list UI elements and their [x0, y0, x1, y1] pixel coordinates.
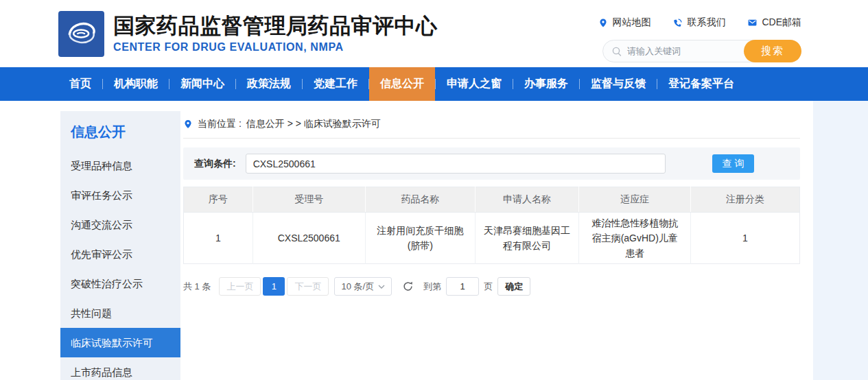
- nav-item-org-functions[interactable]: 机构职能: [103, 67, 169, 101]
- quick-link-label: 网站地图: [612, 16, 650, 29]
- quick-link-cde-mail[interactable]: CDE邮箱: [747, 16, 801, 29]
- query-bar: 查询条件: 查询: [183, 147, 800, 180]
- cell-acceptance-no: CXSL2500661: [253, 213, 365, 264]
- phone-icon: [672, 18, 683, 28]
- quick-link-sitemap[interactable]: 网站地图: [598, 16, 650, 29]
- col-header-acceptance-no: 受理号: [253, 187, 365, 213]
- sidebar-item-accepted-varieties[interactable]: 受理品种信息: [60, 151, 180, 180]
- quick-link-contact[interactable]: 联系我们: [672, 16, 725, 29]
- sidebar-menu: 受理品种信息 审评任务公示 沟通交流公示 优先审评公示 突破性治疗公示 共性问题…: [60, 151, 180, 380]
- site-subtitle: CENTER FOR DRUG EVALUATION, NMPA: [113, 41, 438, 54]
- goto-label: 到第: [423, 281, 441, 293]
- total-count: 共 1 条: [183, 281, 211, 293]
- org-names: 国家药品监督管理局药品审评中心 CENTER FOR DRUG EVALUATI…: [113, 14, 438, 54]
- location-pin-icon: [598, 18, 608, 28]
- page-size-value: 10 条/页: [341, 281, 374, 293]
- quick-links: 网站地图 联系我们 CDE邮箱: [598, 16, 801, 29]
- page-size-select[interactable]: 10 条/页: [334, 277, 392, 296]
- nav-item-registration-platform[interactable]: 登记备案平台: [657, 67, 745, 101]
- cell-applicant: 天津昂赛细胞基因工程有限公司: [475, 213, 579, 264]
- breadcrumb: 当前位置 : 信息公开 > > 临床试验默示许可: [183, 101, 800, 139]
- goto-unit: 页: [484, 281, 493, 293]
- header-search: 搜索: [602, 40, 801, 62]
- main-nav: 首页 机构职能 新闻中心 政策法规 党建工作 信息公开 申请人之窗 办事服务 监…: [0, 67, 868, 101]
- logo-icon: [63, 15, 100, 52]
- nav-item-applicant-window[interactable]: 申请人之窗: [436, 67, 513, 101]
- nav-item-party-building[interactable]: 党建工作: [303, 67, 368, 101]
- sidebar-item-priority-review[interactable]: 优先审评公示: [60, 239, 180, 269]
- query-label: 查询条件:: [194, 158, 236, 170]
- sidebar-item-communication[interactable]: 沟通交流公示: [60, 210, 180, 239]
- table-row[interactable]: 1 CXSL2500661 注射用间充质干细胞(脐带) 天津昂赛细胞基因工程有限…: [184, 213, 800, 264]
- sidebar: 信息公开 受理品种信息 审评任务公示 沟通交流公示 优先审评公示 突破性治疗公示…: [60, 111, 180, 380]
- search-input[interactable]: [627, 46, 737, 56]
- sidebar-item-common-issues[interactable]: 共性问题: [60, 298, 180, 328]
- location-pin-icon: [183, 119, 193, 130]
- goto-page-input[interactable]: [446, 277, 479, 296]
- cell-drug-name: 注射用间充质干细胞(脐带): [365, 213, 475, 264]
- cell-seq: 1: [184, 213, 253, 264]
- quick-link-label: 联系我们: [687, 16, 725, 29]
- pagination: 共 1 条 上一页 1 下一页 10 条/页 到第 页 确定: [183, 277, 800, 296]
- sidebar-item-marketed-drugs[interactable]: 上市药品信息: [60, 357, 180, 380]
- page-number-button[interactable]: 1: [263, 277, 285, 296]
- breadcrumb-path: 信息公开 > > 临床试验默示许可: [246, 118, 381, 130]
- sidebar-item-clinical-trial-implied-license[interactable]: 临床试验默示许可: [60, 328, 180, 357]
- table-header-row: 序号 受理号 药品名称 申请人名称 适应症 注册分类: [184, 187, 800, 213]
- nav-item-supervision-feedback[interactable]: 监督与反馈: [580, 67, 657, 101]
- col-header-indication: 适应症: [579, 187, 691, 213]
- search-icon: [611, 46, 622, 57]
- search-button[interactable]: 搜索: [744, 40, 801, 62]
- nav-item-news[interactable]: 新闻中心: [169, 67, 235, 101]
- sidebar-item-review-tasks[interactable]: 审评任务公示: [60, 180, 180, 210]
- prev-page-button[interactable]: 上一页: [219, 277, 261, 296]
- sidebar-title: 信息公开: [60, 111, 180, 141]
- cell-registration-category: 1: [691, 213, 800, 264]
- cell-indication: 难治性急性移植物抗宿主病(aGvHD)儿童患者: [579, 213, 691, 264]
- query-input[interactable]: [246, 154, 666, 174]
- main-content: 当前位置 : 信息公开 > > 临床试验默示许可 查询条件: 查询 序号 受理号: [183, 101, 800, 380]
- col-header-registration-category: 注册分类: [691, 187, 800, 213]
- nav-item-policies[interactable]: 政策法规: [236, 67, 302, 101]
- mail-icon: [747, 18, 758, 27]
- nav-item-info-disclosure[interactable]: 信息公开: [369, 67, 435, 101]
- nav-item-home[interactable]: 首页: [58, 67, 102, 101]
- confirm-button[interactable]: 确定: [497, 277, 530, 296]
- query-button[interactable]: 查询: [712, 154, 754, 173]
- site-header: 国家药品监督管理局药品审评中心 CENTER FOR DRUG EVALUATI…: [0, 0, 868, 67]
- col-header-seq: 序号: [184, 187, 253, 213]
- chevron-down-icon: [378, 285, 385, 289]
- quick-link-label: CDE邮箱: [762, 16, 801, 29]
- next-page-button[interactable]: 下一页: [287, 277, 329, 296]
- results-table: 序号 受理号 药品名称 申请人名称 适应症 注册分类 1 CXSL2500661…: [183, 187, 800, 264]
- refresh-icon[interactable]: [402, 281, 414, 292]
- col-header-applicant: 申请人名称: [475, 187, 579, 213]
- cde-logo[interactable]: [58, 11, 104, 57]
- breadcrumb-label: 当前位置 :: [198, 118, 242, 130]
- site-title: 国家药品监督管理局药品审评中心: [113, 14, 438, 38]
- sidebar-item-breakthrough-therapy[interactable]: 突破性治疗公示: [60, 269, 180, 298]
- page-root: 国家药品监督管理局药品审评中心 CENTER FOR DRUG EVALUATI…: [0, 0, 868, 380]
- col-header-drug-name: 药品名称: [365, 187, 475, 213]
- nav-item-services[interactable]: 办事服务: [513, 67, 579, 101]
- content-area: 信息公开 受理品种信息 审评任务公示 沟通交流公示 优先审评公示 突破性治疗公示…: [0, 101, 813, 380]
